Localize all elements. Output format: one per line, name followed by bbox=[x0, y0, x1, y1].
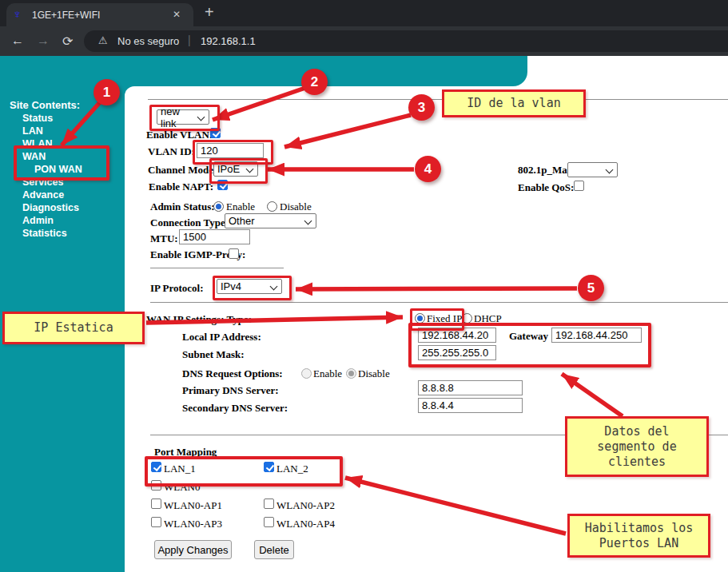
enable-napt-label: Enable NAPT: bbox=[149, 181, 213, 193]
connection-type-label: Connection Type: bbox=[150, 216, 229, 229]
step-circle-1: 1 bbox=[93, 79, 120, 105]
mtu-input[interactable]: 1500 bbox=[179, 229, 250, 244]
sidebar-title: Site Contents: bbox=[10, 99, 80, 111]
mtu-value: 1500 bbox=[183, 231, 206, 243]
sidebar-item-admin[interactable]: Admin bbox=[22, 214, 82, 227]
enable-qos-checkbox[interactable] bbox=[574, 181, 584, 191]
dns-disable-radio[interactable] bbox=[346, 368, 356, 379]
header-band bbox=[0, 56, 527, 86]
secondary-dns-value: 8.8.4.4 bbox=[422, 399, 454, 411]
local-ip-label: Local IP Address: bbox=[182, 331, 261, 344]
port-wlan0-ap4-checkbox[interactable] bbox=[264, 517, 274, 527]
sidebar-item-advance[interactable]: Advance bbox=[22, 189, 82, 201]
port-wlan0-ap3-label: WLAN0-AP3 bbox=[164, 518, 222, 530]
channel-mode-label: Channel Mode bbox=[148, 164, 213, 177]
ip-protocol-label: IP Protocol: bbox=[150, 282, 204, 295]
step-circle-4: 4 bbox=[415, 156, 441, 182]
note-lan-ports-line1: Habilitamos los bbox=[585, 521, 693, 536]
enable-igmp-checkbox[interactable] bbox=[229, 248, 239, 259]
address-bar[interactable]: ⚠ No es seguro | 192.168.1.1 bbox=[84, 30, 728, 52]
note-lan-ports-line2: Puertos LAN bbox=[585, 536, 693, 551]
sidebar-item-status[interactable]: Status bbox=[22, 112, 82, 125]
primary-dns-label: Primary DNS Server: bbox=[182, 384, 279, 397]
highlight-lan-ports bbox=[145, 456, 343, 487]
section-divider bbox=[150, 302, 728, 303]
highlight-link-select bbox=[149, 105, 220, 131]
apply-changes-button[interactable]: Apply Changes bbox=[154, 540, 232, 559]
note-static-ip-text: IP Estatica bbox=[34, 320, 113, 336]
mtu-label: MTU: bbox=[150, 232, 178, 245]
note-segment-line1: Datos del bbox=[597, 424, 676, 439]
not-secure-warning-icon[interactable]: ⚠ bbox=[98, 34, 108, 46]
port-wlan0-ap1-label: WLAN0-AP1 bbox=[164, 499, 222, 512]
url-text: 192.168.1.1 bbox=[201, 35, 256, 47]
step-circle-2: 2 bbox=[301, 69, 328, 95]
site-favicon-icon: ♆ bbox=[13, 8, 22, 21]
browser-tab-strip: ♆ 1GE+1FE+WIFI ✕ + bbox=[0, 0, 728, 26]
enable-qos-label: Enable QoS: bbox=[518, 181, 574, 194]
note-lan-ports: Habilitamos los Puertos LAN bbox=[567, 514, 710, 558]
port-wlan0-ap3-checkbox[interactable] bbox=[151, 517, 161, 527]
reload-icon[interactable]: ⟳ bbox=[62, 34, 73, 49]
security-label: No es seguro bbox=[117, 35, 179, 47]
admin-disable-label: Disable bbox=[280, 201, 312, 213]
section-divider-short bbox=[150, 268, 284, 268]
forward-icon[interactable]: → bbox=[37, 34, 50, 48]
port-wlan0-ap2-label: WLAN0-AP2 bbox=[276, 499, 335, 512]
router-page: Site Contents: Status LAN WLAN WAN PON W… bbox=[0, 56, 728, 572]
dns-enable-label: Enable bbox=[313, 367, 342, 380]
tab-title: 1GE+1FE+WIFI bbox=[32, 10, 100, 21]
note-segment-line3: clientes bbox=[597, 455, 676, 470]
screenshot-root: ♆ 1GE+1FE+WIFI ✕ + ← → ⟳ ⚠ No es seguro … bbox=[0, 0, 728, 572]
admin-enable-radio[interactable] bbox=[213, 201, 224, 212]
secondary-dns-input[interactable]: 8.8.4.4 bbox=[418, 398, 523, 413]
note-static-ip: IP Estatica bbox=[2, 312, 145, 344]
top-divider bbox=[148, 99, 728, 100]
step-circle-3: 3 bbox=[408, 94, 435, 121]
dns-enable-radio[interactable] bbox=[301, 368, 312, 379]
note-segment-data: Datos del segmento de clientes bbox=[565, 416, 709, 477]
8021p-mark-select[interactable] bbox=[567, 162, 618, 177]
admin-status-label: Admin Status: bbox=[150, 201, 215, 213]
sidebar-item-diagnostics[interactable]: Diagnostics bbox=[22, 201, 82, 214]
note-segment-line2: segmento de bbox=[597, 439, 676, 455]
tab-close-icon[interactable]: ✕ bbox=[173, 9, 181, 20]
primary-dns-value: 8.8.8.8 bbox=[422, 382, 454, 394]
primary-dns-input[interactable]: 8.8.8.8 bbox=[418, 380, 523, 395]
admin-disable-radio[interactable] bbox=[267, 201, 277, 212]
sidebar-item-lan[interactable]: LAN bbox=[22, 125, 82, 137]
highlight-ip-protocol bbox=[213, 276, 292, 300]
new-tab-button[interactable]: + bbox=[205, 3, 214, 22]
highlight-wan-menu bbox=[14, 145, 109, 181]
note-vlan-id: ID de la vlan bbox=[442, 89, 586, 117]
port-wlan0-ap2-checkbox[interactable] bbox=[264, 499, 274, 509]
subnet-mask-label: Subnet Mask: bbox=[182, 348, 245, 361]
step-circle-5: 5 bbox=[578, 275, 604, 301]
browser-toolbar: ← → ⟳ ⚠ No es seguro | 192.168.1.1 bbox=[0, 26, 728, 56]
wan-ip-settings-label: WAN IP Settings: Type: bbox=[146, 313, 252, 326]
port-wlan0-ap4-label: WLAN0-AP4 bbox=[276, 518, 335, 530]
dns-disable-label: Disable bbox=[358, 367, 390, 380]
connection-type-value: Other bbox=[229, 215, 255, 227]
port-wlan0-ap1-checkbox[interactable] bbox=[151, 499, 161, 509]
connection-type-select[interactable]: Other bbox=[225, 213, 316, 228]
url-divider: | bbox=[188, 34, 191, 46]
dns-options-label: DNS Request Options: bbox=[182, 367, 283, 380]
browser-tab[interactable]: ♆ 1GE+1FE+WIFI ✕ bbox=[6, 3, 193, 26]
highlight-channel-mode bbox=[209, 158, 268, 184]
delete-button[interactable]: Delete bbox=[254, 540, 294, 559]
note-vlan-id-text: ID de la vlan bbox=[467, 96, 560, 111]
admin-enable-label: Enable bbox=[226, 201, 255, 213]
secondary-dns-label: Secondary DNS Server: bbox=[182, 402, 288, 415]
highlight-ip-fields bbox=[408, 323, 651, 367]
vlan-id-label: VLAN ID: bbox=[148, 145, 195, 158]
back-icon[interactable]: ← bbox=[11, 34, 24, 48]
sidebar-item-statistics[interactable]: Statistics bbox=[22, 227, 82, 240]
